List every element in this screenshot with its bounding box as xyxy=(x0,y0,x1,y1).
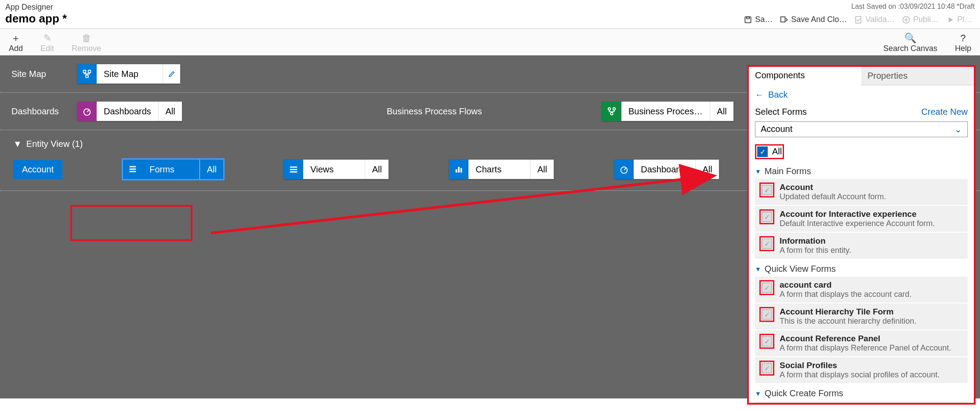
svg-rect-3 xyxy=(856,16,861,23)
svg-rect-20 xyxy=(461,168,462,172)
tab-components[interactable]: Components xyxy=(749,67,861,85)
svg-point-11 xyxy=(610,113,613,115)
sitemap-label: Site Map xyxy=(11,69,77,79)
form-title: account card xyxy=(780,280,911,290)
views-tile[interactable]: Views All xyxy=(284,160,388,179)
group-quick-create-forms[interactable]: ▼Quick Create Forms xyxy=(749,384,974,401)
form-list-item[interactable]: Social ProfilesA form that displays soci… xyxy=(755,357,968,383)
dashboards-count[interactable]: All xyxy=(158,102,182,121)
forms-tile[interactable]: Forms All xyxy=(123,160,223,179)
save-button[interactable]: Sa… xyxy=(741,13,775,26)
svg-rect-1 xyxy=(747,17,750,18)
last-saved: Last Saved on :03/09/2021 10:48 *Draft xyxy=(741,3,975,11)
form-description: This is the account hierarchy definition… xyxy=(780,317,916,326)
charts-count[interactable]: All xyxy=(530,160,554,179)
annotation-checkbox xyxy=(759,280,774,295)
all-checkbox[interactable] xyxy=(757,146,768,157)
tool-title: App Designer xyxy=(5,3,67,12)
form-checkbox[interactable] xyxy=(762,363,772,373)
publish-icon xyxy=(902,15,911,24)
form-checkbox[interactable] xyxy=(762,238,772,249)
back-button[interactable]: ← Back xyxy=(749,85,974,104)
form-list-item[interactable]: account cardA form that displays the acc… xyxy=(755,277,968,303)
svg-rect-17 xyxy=(290,172,298,173)
validate-button[interactable]: Valida… xyxy=(851,13,897,26)
tab-properties[interactable]: Properties xyxy=(861,67,974,85)
play-button[interactable]: Pl… xyxy=(943,13,975,26)
svg-rect-13 xyxy=(130,168,136,170)
plus-icon: ＋ xyxy=(11,33,21,44)
dashboards-tile[interactable]: Dashboards All xyxy=(77,102,182,121)
search-canvas-button[interactable]: 🔍Search Canvas xyxy=(883,33,937,53)
sitemap-edit[interactable] xyxy=(163,64,180,84)
views-count[interactable]: All xyxy=(365,160,388,179)
svg-rect-5 xyxy=(83,70,86,73)
group-main-forms[interactable]: ▼Main Forms xyxy=(749,162,974,179)
form-checkbox[interactable] xyxy=(762,185,772,195)
save-close-button[interactable]: Save And Clo… xyxy=(777,13,849,26)
trash-icon: 🗑 xyxy=(82,33,91,44)
forms-count[interactable]: All xyxy=(200,160,223,179)
triangle-down-icon: ▼ xyxy=(755,266,761,273)
form-checkbox[interactable] xyxy=(762,282,772,293)
svg-point-10 xyxy=(613,108,616,110)
annotation-all-checkbox: All xyxy=(755,144,784,159)
form-list-item[interactable]: AccountUpdated default Account form. xyxy=(755,179,968,205)
group-quick-view-forms[interactable]: ▼Quick View Forms xyxy=(749,259,974,277)
form-description: A form that displays social profiles of … xyxy=(780,370,940,380)
annotation-checkbox xyxy=(759,236,774,251)
edit-button: ✎Edit xyxy=(40,33,54,53)
form-list-item[interactable]: Account Hierarchy Tile FormThis is the a… xyxy=(755,303,968,329)
ent-dash-count[interactable]: All xyxy=(695,160,719,179)
chevron-down-icon: ▼ xyxy=(13,139,22,149)
triangle-down-icon: ▼ xyxy=(755,168,761,175)
annotation-checkbox xyxy=(759,361,774,376)
form-title: Account Reference Panel xyxy=(780,334,951,343)
sitemap-tile[interactable]: Site Map xyxy=(77,64,180,84)
validate-icon xyxy=(854,15,863,24)
entity-dropdown[interactable]: Account ⌄ xyxy=(755,121,968,137)
form-checkbox[interactable] xyxy=(762,336,772,347)
back-arrow-icon: ← xyxy=(755,90,764,100)
charts-tile[interactable]: Charts All xyxy=(449,160,554,179)
form-list-item[interactable]: InformationA form for this entity. xyxy=(755,233,968,259)
form-checkbox[interactable] xyxy=(762,309,772,320)
toolbar: ＋Add ✎Edit 🗑Remove 🔍Search Canvas ?Help xyxy=(0,29,980,55)
views-icon xyxy=(284,160,303,179)
form-title: Account for Interactive experience xyxy=(780,209,935,219)
bpf-tile[interactable]: Business Proces… All xyxy=(602,102,733,121)
form-description: A form that displays the account card. xyxy=(780,290,911,299)
dashboards-label: Dashboards xyxy=(11,106,77,117)
entity-dashboards-tile[interactable]: Dashboards All xyxy=(614,160,719,179)
chevron-down-icon: ⌄ xyxy=(955,124,962,135)
form-list-item[interactable]: Account Quick CreateDefault quick create… xyxy=(755,401,968,403)
forms-icon xyxy=(123,160,142,179)
svg-rect-12 xyxy=(130,166,136,168)
add-button[interactable]: ＋Add xyxy=(9,33,23,53)
form-checkbox[interactable] xyxy=(762,212,772,222)
form-list-item[interactable]: Account for Interactive experienceDefaul… xyxy=(755,206,968,232)
svg-rect-2 xyxy=(781,17,785,22)
annotation-checkbox xyxy=(759,209,774,224)
svg-rect-18 xyxy=(456,169,457,172)
create-new-link[interactable]: Create New xyxy=(921,107,968,117)
search-icon: 🔍 xyxy=(904,33,916,44)
form-title: Account Hierarchy Tile Form xyxy=(780,307,916,317)
form-list-item[interactable]: Account Reference PanelA form that displ… xyxy=(755,330,968,356)
svg-rect-19 xyxy=(458,167,460,173)
help-button[interactable]: ?Help xyxy=(955,33,971,53)
app-title: demo app * xyxy=(5,12,67,26)
pencil-icon: ✎ xyxy=(44,33,51,44)
components-panel: Components Properties ← Back Select Form… xyxy=(747,65,976,405)
bpf-count[interactable]: All xyxy=(710,102,733,121)
form-title: Social Profiles xyxy=(780,361,940,370)
publish-button[interactable]: Publi… xyxy=(899,13,941,26)
sitemap-icon xyxy=(77,64,97,84)
svg-rect-16 xyxy=(290,169,298,170)
entity-account[interactable]: Account xyxy=(13,160,62,179)
play-icon xyxy=(946,15,955,24)
annotation-checkbox xyxy=(759,334,774,349)
svg-rect-15 xyxy=(290,167,298,168)
select-forms-label: Select Forms xyxy=(755,107,807,117)
bpf-icon xyxy=(602,102,621,121)
